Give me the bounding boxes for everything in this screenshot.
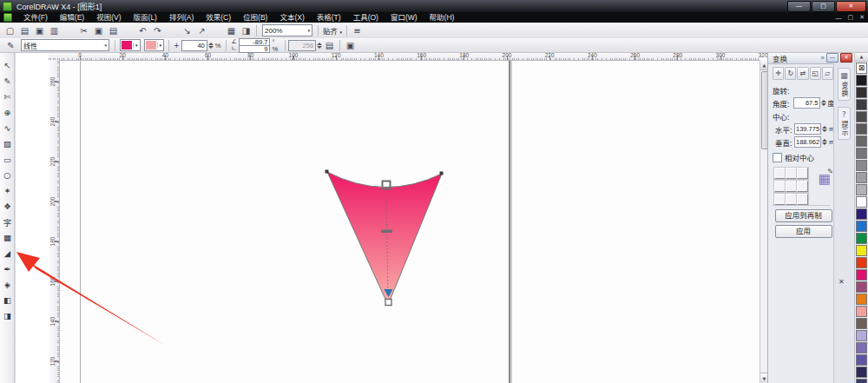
toolbar-icon[interactable]: ▢ ▾ <box>3 24 17 37</box>
minimize-button[interactable]: — <box>787 1 811 12</box>
close-button[interactable]: ✕ <box>836 1 866 12</box>
apply-button[interactable]: 应用 <box>775 225 832 238</box>
docker-close-button[interactable]: ✕ <box>840 53 852 63</box>
toolbar-icon[interactable]: ▣ ▾ <box>32 24 47 37</box>
drawing-canvas[interactable] <box>59 60 760 383</box>
fill-type-dropdown[interactable]: 线性 ▾ <box>21 39 109 51</box>
h-spinner[interactable] <box>822 126 827 132</box>
toolbox-tool[interactable]: ○ <box>0 168 15 182</box>
docker-minimize-button[interactable]: — <box>826 53 838 63</box>
toolbox-tool[interactable]: ◨ <box>0 308 15 323</box>
palette-swatch[interactable] <box>856 269 867 281</box>
fill-end-color-picker[interactable]: ▾ <box>144 39 165 51</box>
anchor-cell[interactable] <box>774 194 786 205</box>
palette-scroll-up-button[interactable]: ▲ <box>855 52 868 62</box>
toolbox-tool[interactable]: ▨ <box>0 136 15 151</box>
anchor-cell[interactable] <box>774 168 786 179</box>
toolbox-tool[interactable]: ✄ <box>0 89 15 104</box>
midpoint-spinner[interactable] <box>208 43 214 49</box>
mdi-restore-button[interactable]: ▢ <box>848 14 854 21</box>
edit-fill-icon[interactable]: ✎ <box>3 39 18 52</box>
toolbox-tool[interactable]: ▭ <box>0 152 15 167</box>
anchor-cell[interactable] <box>786 181 797 192</box>
palette-swatch[interactable] <box>856 111 867 122</box>
toolbar-icon[interactable]: ◨ ▾ <box>239 24 253 37</box>
transform-mode-button[interactable]: ▱ <box>822 67 833 80</box>
toolbar-icon[interactable]: ▾ <box>121 24 135 37</box>
toolbox-tool[interactable]: ◧ <box>0 293 15 307</box>
menu-item[interactable]: 窗口(W) <box>385 12 424 23</box>
menu-item[interactable]: 文本(X) <box>273 12 310 23</box>
toolbar-icon[interactable]: ▾ <box>165 24 180 37</box>
toolbar-icon[interactable]: ▦ ▾ <box>224 24 239 37</box>
toolbox-tool[interactable]: ⊕ <box>0 105 15 120</box>
palette-swatch[interactable] <box>856 184 867 195</box>
zoom-level-combo[interactable]: 200% ▾ <box>262 24 312 36</box>
menu-item[interactable]: 视图(V) <box>90 12 127 23</box>
rotation-angle-input[interactable]: 67.5 <box>793 97 820 109</box>
toolbox-tool[interactable]: ❖ <box>0 199 15 214</box>
palette-swatch[interactable] <box>856 75 867 86</box>
toolbar-icon[interactable]: ▾ <box>209 24 224 37</box>
apply-to-duplicate-button[interactable]: 应用到再制 <box>775 209 832 222</box>
palette-swatch[interactable] <box>856 294 867 305</box>
toolbar-icon[interactable]: ✂ ▾ <box>76 24 91 37</box>
palette-swatch[interactable] <box>856 160 867 171</box>
edge-pad-input[interactable]: 9 <box>239 45 270 53</box>
menu-item[interactable]: 表格(T) <box>311 12 347 23</box>
angle-spinner[interactable] <box>821 100 826 106</box>
palette-swatch[interactable] <box>856 281 867 293</box>
maximize-button[interactable]: ▢ <box>812 1 835 12</box>
menu-item[interactable]: 效果(C) <box>200 12 237 23</box>
toolbox-tool[interactable]: ▦ <box>0 230 15 245</box>
docker-tab[interactable]: ▦ 变换 <box>838 68 851 101</box>
palette-swatch[interactable] <box>856 330 867 341</box>
options-icon[interactable]: ≡ <box>350 24 365 37</box>
anchor-cell[interactable] <box>786 168 797 179</box>
docker-collapse-icon[interactable]: » <box>821 54 825 62</box>
palette-swatch[interactable] <box>856 172 867 183</box>
menu-item[interactable]: 编辑(E) <box>54 12 90 23</box>
toolbar-icon[interactable]: ↘ ▾ <box>180 24 194 37</box>
docker-tabstrip-close-icon[interactable]: ✕ <box>838 278 845 286</box>
menu-item[interactable]: 位图(B) <box>237 12 273 23</box>
toolbar-icon[interactable]: ▤ ▾ <box>17 24 32 37</box>
menu-item[interactable]: 文件(F) <box>17 12 54 23</box>
palette-swatch[interactable] <box>856 135 867 147</box>
menu-item[interactable]: 版面(L) <box>128 12 163 23</box>
toolbar-icon[interactable]: ↶ ▾ <box>135 24 150 37</box>
palette-swatch[interactable] <box>856 318 867 329</box>
palette-swatch[interactable] <box>856 99 867 110</box>
docker-tab[interactable]: ? 提示 <box>838 107 851 140</box>
center-v-input[interactable]: 188.962 <box>794 136 821 148</box>
palette-swatch[interactable] <box>856 366 867 378</box>
mdi-close-button[interactable]: ✕ <box>859 14 865 21</box>
transform-mode-button[interactable]: ⇄ <box>797 67 808 80</box>
fill-start-color-picker[interactable]: ▾ <box>120 39 141 51</box>
transform-mode-button[interactable]: ✛ <box>773 67 784 80</box>
toolbox-tool[interactable]: 字 <box>0 215 15 229</box>
relative-center-checkbox[interactable] <box>773 153 782 162</box>
toolbar-icon[interactable]: ↷ ▾ <box>150 24 165 37</box>
anchor-cell[interactable] <box>774 181 786 192</box>
toolbox-tool[interactable]: ∿ <box>0 121 15 135</box>
toolbar-icon[interactable]: ↗ ▾ <box>194 24 209 37</box>
menu-item[interactable]: 帮助(H) <box>424 12 461 23</box>
toolbox-tool[interactable]: ◈ <box>0 277 15 292</box>
palette-swatch[interactable] <box>856 342 867 353</box>
palette-swatch[interactable] <box>856 196 867 208</box>
anchor-cell[interactable] <box>786 194 797 205</box>
transform-mode-button[interactable]: ◱ <box>810 67 821 80</box>
toolbox-tool[interactable]: ✎ <box>0 74 15 89</box>
v-spinner[interactable] <box>822 139 827 145</box>
palette-swatch[interactable] <box>856 123 867 135</box>
palette-swatch[interactable] <box>856 379 867 383</box>
copy-fill-properties-icon[interactable]: ▣ <box>343 39 358 52</box>
palette-swatch[interactable] <box>856 354 867 366</box>
center-h-input[interactable]: 139.775 <box>794 123 821 135</box>
mdi-minimize-button[interactable]: — <box>836 15 842 21</box>
menu-item[interactable]: 排列(A) <box>163 12 200 23</box>
palette-swatch[interactable] <box>856 245 867 256</box>
toolbox-tool[interactable]: ✶ <box>0 183 15 198</box>
anchor-cell[interactable] <box>797 194 808 205</box>
